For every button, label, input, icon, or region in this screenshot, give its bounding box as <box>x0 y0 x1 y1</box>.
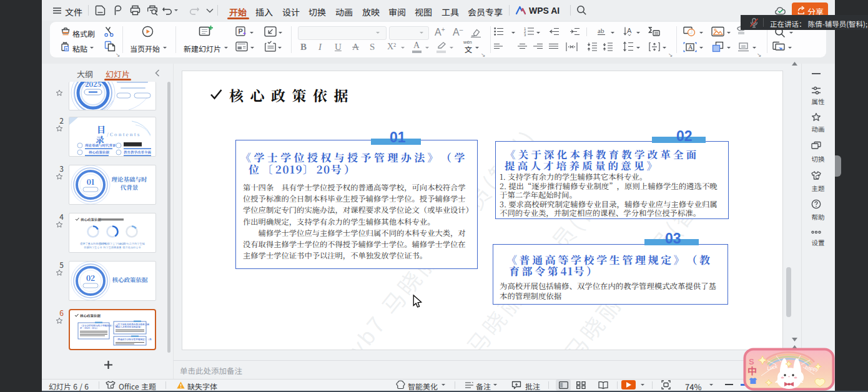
svg-text:核心政策依据: 核心政策依据 <box>81 217 102 222</box>
svg-text:中: 中 <box>747 364 757 377</box>
svg-text:依据的学生专业: 依据的学生专业 <box>84 245 102 249</box>
svg-text:/Contents: /Contents <box>107 131 141 137</box>
svg-text:《普通高等学校学生管理规定》（教: 《普通高等学校学生管理规定》（教 <box>116 338 152 341</box>
svg-text:代背景: 代背景 <box>121 183 139 192</box>
svg-text:核心政策依据: 核心政策依据 <box>80 313 101 318</box>
svg-text:位〔2019〕20号）: 位〔2019〕20号） <box>80 326 99 330</box>
svg-text:理论基础与时: 理论基础与时 <box>111 175 147 184</box>
svg-text:01: 01 <box>87 176 95 187</box>
svg-text:提高人才培养质量的意见》: 提高人才培养质量的意见》 <box>116 325 142 328</box>
svg-text:修其他本科专业: 修其他本科专业 <box>122 245 141 249</box>
svg-text:A: A <box>627 27 632 34</box>
svg-text:的学生培养质量: 的学生培养质量 <box>103 245 121 249</box>
svg-text:ab: ab <box>598 27 604 34</box>
svg-text:核心政策依据: 核心政策依据 <box>112 275 148 284</box>
svg-text:2025: 2025 <box>85 82 101 89</box>
svg-text:A: A <box>688 44 693 51</box>
svg-text:核心政策依据: 核心政策依据 <box>89 150 110 155</box>
svg-text:教育教学改革全面: 教育教学改革全面 <box>124 150 152 155</box>
svg-text:理论基础与时代背景: 理论基础与时代背景 <box>85 143 116 148</box>
svg-text:02: 02 <box>86 272 95 283</box>
svg-text:P: P <box>239 27 243 35</box>
